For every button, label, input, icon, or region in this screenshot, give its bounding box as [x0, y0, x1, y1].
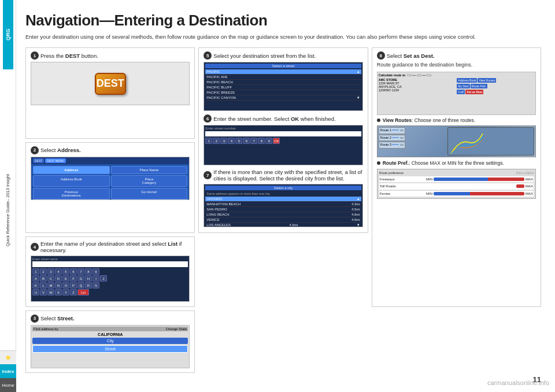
route-address-block: ABC STORE 1234 MAIN ST ANYPLACE, CA 1234… [379, 78, 456, 94]
nav-screen-header: DEST DEST MENU [31, 157, 189, 164]
step-4-label: Enter the name of your destination stree… [40, 241, 190, 253]
route-screen-8: Calculate route to □ □ — □ □ — □ □ ABC S… [378, 72, 535, 114]
step-8-number: 8 [377, 51, 385, 60]
key-5: 5 [235, 138, 242, 144]
dest-menu-tab: DEST MENU [45, 158, 65, 163]
route1-item: Route 1 ━━━ □□ [379, 127, 405, 134]
select-street-header: Select a street [205, 64, 361, 68]
enter-street-label: Enter street number [205, 127, 361, 130]
select-city-header: Select a city [205, 186, 361, 190]
pref-bar-ferries [434, 192, 524, 195]
list-item-pacific-bluff: PACIFIC BLUFF [205, 85, 361, 90]
prev-dest-btn: PreviousDestinations [33, 188, 110, 199]
route3-item: Route 3 ━━━ □□ [379, 142, 405, 148]
alpha-row-3: UVWXYZ List [32, 289, 188, 295]
key-8: 8 [258, 138, 265, 144]
address-book-btn: Address Book [33, 175, 110, 187]
list-item-pacific-canyon: PACIFIC CANYON▼ [205, 95, 361, 101]
step-6-number: 6 [204, 114, 212, 123]
step-2-image: DEST DEST MENU Address Place Name Addres… [31, 157, 190, 200]
route-pref-btn[interactable]: Route Pref. [471, 84, 487, 88]
city-ontario: ONTARIO▲ [205, 197, 361, 202]
kb-f: F [70, 275, 77, 282]
sidebar-guide-label: Quick Reference Guide– 2013 Insight [4, 69, 12, 350]
sidebar: QRG Quick Reference Guide– 2013 Insight … [0, 0, 16, 392]
pref-label-toll: Toll Roads [380, 184, 515, 188]
step-5-title: 5 Select your destination street from th… [204, 51, 362, 60]
pref-bar-freeways [434, 177, 524, 181]
pref-max-ferries: MAX [526, 191, 533, 196]
step-8-label: Select Set as Dest. [387, 53, 435, 59]
kb-g: G [77, 275, 84, 282]
num-row-1: 1 2 3 4 5 6 7 8 9 OK [205, 138, 361, 144]
sidebar-qrg-tab[interactable]: QRG [3, 0, 13, 69]
view-routes-btn[interactable]: View Routes [478, 78, 496, 83]
kb-c: C [47, 275, 54, 282]
city-venice: VENICE4.6mi [205, 217, 361, 223]
sidebar-bottom-buttons: ⭐ Index Home [0, 350, 16, 392]
step-3-box: 3 Select Street. Find address by Change … [25, 310, 195, 373]
nav-grid: Address Place Name Address Book PlaceCat… [31, 164, 189, 200]
step-7-title: 7 If there is more than one city with th… [204, 169, 362, 182]
address-book-route-btn[interactable]: Address Book [457, 78, 477, 83]
pref-max-freeways: MAX [526, 177, 533, 182]
kb-1: 1 [32, 268, 39, 275]
step-6-container: 6 Enter the street number. Select OK whe… [204, 114, 362, 165]
kb-4: 4 [55, 268, 62, 275]
kb-3: 3 [47, 268, 54, 275]
pref-row-toll: Toll Roads MAX [379, 183, 534, 189]
street-field: Street [32, 345, 188, 353]
step-3-label: Select Street. [40, 315, 75, 321]
view-routes-image: Route 1 ━━━ □□ Route 2 ━━━ □□ Route 3 ━━… [377, 125, 536, 157]
call-btn[interactable]: Call! [457, 90, 465, 94]
sidebar-icon-button[interactable]: ⭐ [0, 350, 16, 364]
kb-q: Q [77, 282, 84, 289]
step-1-box: 1 Press the DEST button. DEST [25, 47, 195, 138]
kb-j: J [100, 275, 107, 282]
pref-header-label: Route preference [379, 171, 404, 175]
kb-h: H [85, 275, 92, 282]
key-4: 4 [228, 138, 235, 144]
kb-z: Z [70, 289, 77, 295]
list-item-pacific: PACIFIC▲ [205, 69, 361, 75]
kb-i: I [92, 275, 99, 282]
step-4-title: 4 Enter the name of your destination str… [31, 241, 190, 253]
alpha-row-1: ABCDEFGHIJ [32, 275, 188, 282]
set-as-dest-btn[interactable]: Set as Dest [465, 90, 483, 94]
step-2-number: 2 [31, 146, 39, 154]
kb-8: 8 [85, 268, 92, 275]
num-screen-6: Enter street number 1 2 3 4 5 6 7 8 9 [204, 125, 362, 165]
kb-x: X [55, 289, 62, 295]
bullet-text-2: Route Pref.: Choose MAX or MIN for the t… [383, 160, 504, 167]
route-buttons-block: Address Book View Routes My Dest Route P… [457, 78, 534, 94]
kb-6: 6 [70, 268, 77, 275]
pref-bar-toll [516, 184, 524, 188]
pref-row-freeways: Freeways MIN MAX [379, 176, 534, 182]
sidebar-home-button[interactable]: Home [0, 378, 16, 392]
pref-min-ferries: MIN [426, 191, 432, 196]
step-2-title: 2 Select Address. [31, 146, 190, 154]
step-5-number: 5 [204, 51, 212, 60]
calc-route-label: Calculate route to □ □ — □ □ — □ □ [379, 73, 534, 77]
kb-5: 5 [62, 268, 69, 275]
step-3-image: Find address by Change State CALIFORNIA … [31, 325, 190, 368]
my-dest-btn[interactable]: My Dest [457, 84, 469, 88]
step-7-label: If there is more than one city with the … [213, 169, 362, 182]
bullet-dot-2 [377, 161, 380, 165]
street-screen-3: Find address by Change State CALIFORNIA … [31, 326, 189, 368]
route-pref-section: Route Pref.: Choose MAX or MIN for the t… [377, 160, 536, 198]
bullet-dot-1 [377, 119, 380, 122]
route-map-visual: Route 1 ━━━ □□ Route 2 ━━━ □□ Route 3 ━━… [378, 126, 535, 157]
sidebar-index-button[interactable]: Index [0, 364, 16, 378]
step-8-title: 8 Select Set as Dest. [377, 51, 536, 60]
address-btn: Address [33, 166, 110, 174]
key-2: 2 [213, 138, 220, 144]
kb-9: 9 [92, 268, 99, 275]
alpha-row-2: KLMNOPQRS [32, 282, 188, 289]
route-pref-image: Route preference □ □ — □ □ □ Freeways MI… [377, 169, 536, 199]
key-9: 9 [265, 138, 272, 144]
route-info-grid: ABC STORE 1234 MAIN ST ANYPLACE, CA 1234… [379, 78, 534, 94]
dest-button-visual: DEST [95, 73, 126, 95]
kb-n: N [55, 282, 62, 289]
place-name-btn: Place Name [111, 166, 188, 174]
